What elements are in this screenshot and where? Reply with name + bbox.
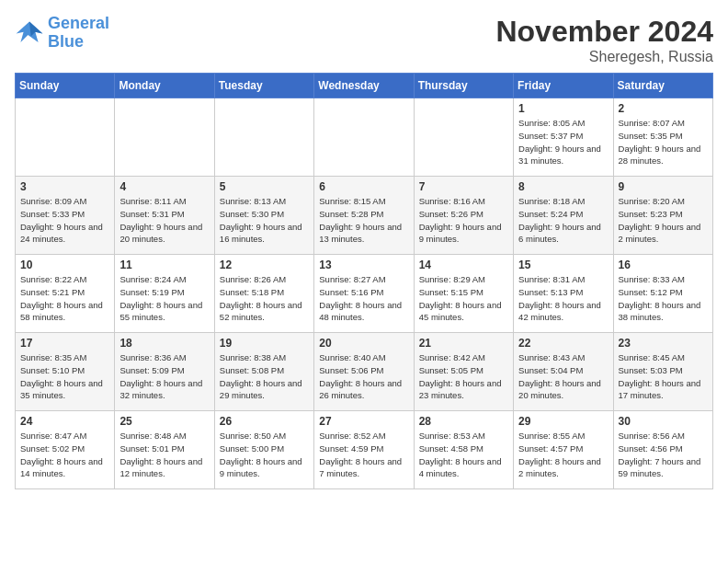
cell-info: Sunrise: 8:55 AM Sunset: 4:57 PM Dayligh… (518, 430, 608, 480)
calendar-table: SundayMondayTuesdayWednesdayThursdayFrid… (15, 73, 713, 489)
day-number: 15 (518, 259, 608, 271)
title-area: November 2024 Sheregesh, Russia (495, 15, 713, 65)
cell-info: Sunrise: 8:42 AM Sunset: 5:05 PM Dayligh… (419, 351, 508, 402)
day-number: 20 (319, 337, 408, 350)
calendar-cell: 28Sunrise: 8:53 AM Sunset: 4:58 PM Dayli… (414, 411, 513, 489)
day-number: 25 (119, 415, 209, 428)
day-number: 26 (220, 415, 309, 428)
calendar-cell: 9Sunrise: 8:20 AM Sunset: 5:23 PM Daylig… (613, 177, 712, 255)
calendar-cell: 14Sunrise: 8:29 AM Sunset: 5:15 PM Dayli… (414, 255, 513, 333)
svg-marker-1 (29, 21, 42, 36)
calendar-cell: 17Sunrise: 8:35 AM Sunset: 5:10 PM Dayli… (16, 333, 115, 411)
calendar-cell (414, 98, 513, 177)
day-number: 9 (619, 180, 708, 193)
calendar-cell: 1Sunrise: 8:05 AM Sunset: 5:37 PM Daylig… (514, 98, 613, 177)
calendar-cell (214, 98, 313, 177)
day-number: 16 (619, 259, 708, 271)
week-row-5: 24Sunrise: 8:47 AM Sunset: 5:02 PM Dayli… (16, 411, 713, 489)
cell-info: Sunrise: 8:56 AM Sunset: 4:56 PM Dayligh… (619, 430, 708, 480)
header-row: SundayMondayTuesdayWednesdayThursdayFrid… (16, 74, 713, 98)
calendar-cell: 8Sunrise: 8:18 AM Sunset: 5:24 PM Daylig… (514, 177, 613, 255)
day-header-sunday: Sunday (16, 74, 115, 98)
calendar-cell: 2Sunrise: 8:07 AM Sunset: 5:35 PM Daylig… (613, 98, 712, 177)
day-number: 5 (220, 180, 309, 193)
cell-info: Sunrise: 8:36 AM Sunset: 5:09 PM Dayligh… (119, 351, 209, 402)
calendar-cell: 21Sunrise: 8:42 AM Sunset: 5:05 PM Dayli… (414, 333, 513, 411)
day-number: 19 (220, 337, 309, 350)
cell-info: Sunrise: 8:53 AM Sunset: 4:58 PM Dayligh… (419, 430, 508, 480)
calendar-cell: 24Sunrise: 8:47 AM Sunset: 5:02 PM Dayli… (16, 411, 115, 489)
cell-info: Sunrise: 8:13 AM Sunset: 5:30 PM Dayligh… (220, 195, 309, 246)
cell-info: Sunrise: 8:22 AM Sunset: 5:21 PM Dayligh… (20, 273, 109, 324)
week-row-4: 17Sunrise: 8:35 AM Sunset: 5:10 PM Dayli… (16, 333, 713, 411)
calendar-cell: 19Sunrise: 8:38 AM Sunset: 5:08 PM Dayli… (214, 333, 313, 411)
day-number: 30 (619, 415, 708, 428)
day-header-tuesday: Tuesday (214, 74, 313, 98)
cell-info: Sunrise: 8:31 AM Sunset: 5:13 PM Dayligh… (518, 273, 608, 324)
day-number: 29 (518, 415, 608, 428)
calendar-cell: 25Sunrise: 8:48 AM Sunset: 5:01 PM Dayli… (115, 411, 214, 489)
day-header-thursday: Thursday (414, 74, 513, 98)
calendar-cell: 10Sunrise: 8:22 AM Sunset: 5:21 PM Dayli… (16, 255, 115, 333)
cell-info: Sunrise: 8:07 AM Sunset: 5:35 PM Dayligh… (619, 117, 708, 167)
header: General Blue November 2024 Sheregesh, Ru… (15, 15, 713, 65)
calendar-cell: 3Sunrise: 8:09 AM Sunset: 5:33 PM Daylig… (16, 177, 115, 255)
calendar-cell: 20Sunrise: 8:40 AM Sunset: 5:06 PM Dayli… (314, 333, 414, 411)
calendar-cell: 4Sunrise: 8:11 AM Sunset: 5:31 PM Daylig… (115, 177, 214, 255)
cell-info: Sunrise: 8:43 AM Sunset: 5:04 PM Dayligh… (518, 351, 608, 402)
calendar-cell: 13Sunrise: 8:27 AM Sunset: 5:16 PM Dayli… (314, 255, 414, 333)
logo: General Blue (15, 15, 109, 52)
month-title: November 2024 (495, 15, 713, 49)
day-number: 14 (419, 259, 508, 271)
week-row-3: 10Sunrise: 8:22 AM Sunset: 5:21 PM Dayli… (16, 255, 713, 333)
day-number: 13 (319, 259, 408, 271)
calendar-cell: 18Sunrise: 8:36 AM Sunset: 5:09 PM Dayli… (115, 333, 214, 411)
calendar-cell: 7Sunrise: 8:16 AM Sunset: 5:26 PM Daylig… (414, 177, 513, 255)
logo-icon (15, 20, 44, 46)
location-title: Sheregesh, Russia (495, 49, 713, 65)
day-header-friday: Friday (514, 74, 613, 98)
cell-info: Sunrise: 8:47 AM Sunset: 5:02 PM Dayligh… (20, 430, 109, 480)
cell-info: Sunrise: 8:18 AM Sunset: 5:24 PM Dayligh… (518, 195, 608, 246)
day-number: 28 (419, 415, 508, 428)
calendar-cell: 12Sunrise: 8:26 AM Sunset: 5:18 PM Dayli… (214, 255, 313, 333)
day-number: 2 (619, 102, 708, 115)
day-number: 22 (518, 337, 608, 350)
cell-info: Sunrise: 8:20 AM Sunset: 5:23 PM Dayligh… (619, 195, 708, 246)
day-number: 23 (619, 337, 708, 350)
calendar-cell: 5Sunrise: 8:13 AM Sunset: 5:30 PM Daylig… (214, 177, 313, 255)
cell-info: Sunrise: 8:15 AM Sunset: 5:28 PM Dayligh… (319, 195, 408, 246)
cell-info: Sunrise: 8:33 AM Sunset: 5:12 PM Dayligh… (619, 273, 708, 324)
day-number: 7 (419, 180, 508, 193)
cell-info: Sunrise: 8:50 AM Sunset: 5:00 PM Dayligh… (220, 430, 309, 480)
cell-info: Sunrise: 8:45 AM Sunset: 5:03 PM Dayligh… (619, 351, 708, 402)
day-number: 24 (20, 415, 109, 428)
calendar-cell: 30Sunrise: 8:56 AM Sunset: 4:56 PM Dayli… (613, 411, 712, 489)
calendar-cell: 11Sunrise: 8:24 AM Sunset: 5:19 PM Dayli… (115, 255, 214, 333)
day-number: 11 (119, 259, 209, 271)
calendar-cell: 23Sunrise: 8:45 AM Sunset: 5:03 PM Dayli… (613, 333, 712, 411)
calendar-cell: 16Sunrise: 8:33 AM Sunset: 5:12 PM Dayli… (613, 255, 712, 333)
calendar-cell: 15Sunrise: 8:31 AM Sunset: 5:13 PM Dayli… (514, 255, 613, 333)
cell-info: Sunrise: 8:48 AM Sunset: 5:01 PM Dayligh… (119, 430, 209, 480)
cell-info: Sunrise: 8:16 AM Sunset: 5:26 PM Dayligh… (419, 195, 508, 246)
day-number: 8 (518, 180, 608, 193)
cell-info: Sunrise: 8:38 AM Sunset: 5:08 PM Dayligh… (220, 351, 309, 402)
calendar-cell: 22Sunrise: 8:43 AM Sunset: 5:04 PM Dayli… (514, 333, 613, 411)
cell-info: Sunrise: 8:11 AM Sunset: 5:31 PM Dayligh… (119, 195, 209, 246)
week-row-2: 3Sunrise: 8:09 AM Sunset: 5:33 PM Daylig… (16, 177, 713, 255)
logo-line2: Blue (48, 32, 84, 51)
calendar-cell (314, 98, 414, 177)
cell-info: Sunrise: 8:05 AM Sunset: 5:37 PM Dayligh… (518, 117, 608, 167)
day-number: 6 (319, 180, 408, 193)
calendar-cell: 26Sunrise: 8:50 AM Sunset: 5:00 PM Dayli… (214, 411, 313, 489)
day-header-monday: Monday (115, 74, 214, 98)
cell-info: Sunrise: 8:24 AM Sunset: 5:19 PM Dayligh… (119, 273, 209, 324)
day-number: 1 (518, 102, 608, 115)
calendar-cell (115, 98, 214, 177)
calendar-cell: 6Sunrise: 8:15 AM Sunset: 5:28 PM Daylig… (314, 177, 414, 255)
cell-info: Sunrise: 8:26 AM Sunset: 5:18 PM Dayligh… (220, 273, 309, 324)
day-number: 12 (220, 259, 309, 271)
day-number: 18 (119, 337, 209, 350)
day-number: 3 (20, 180, 109, 193)
